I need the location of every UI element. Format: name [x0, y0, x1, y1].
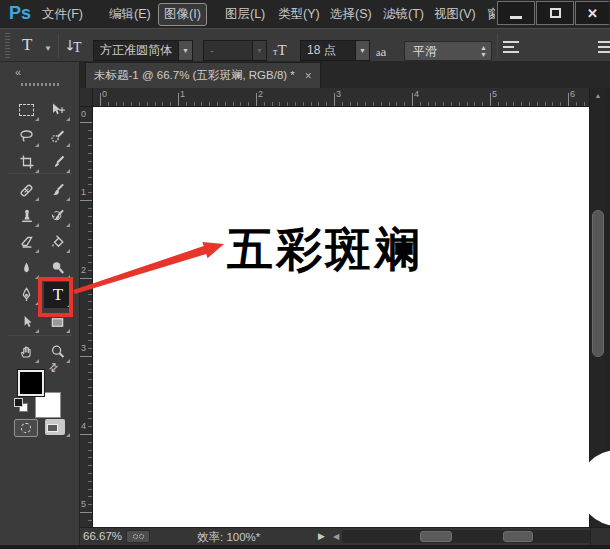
anti-alias-value: 平滑	[413, 43, 437, 60]
move-icon	[49, 102, 67, 118]
photoshop-window: Ps 文件(F) 编辑(E) 图像(I) 图层(L) 类型(Y) 选择(S) 滤…	[0, 0, 610, 549]
menu-view[interactable]: 视图(V)	[434, 6, 476, 23]
tool-rectangular-marquee[interactable]	[13, 98, 40, 122]
text-orientation-toggle-icon[interactable]: T	[64, 37, 88, 57]
horizontal-scrollbar-thumb[interactable]	[420, 531, 452, 542]
menu-window-clipped[interactable]: 窗	[487, 6, 495, 23]
maximize-button[interactable]	[536, 1, 574, 25]
tool-move[interactable]	[44, 98, 71, 122]
tool-preset-picker[interactable]: T ▼	[22, 35, 56, 57]
status-bar: 66.67% 效率: 100%* ▶ ◀	[80, 527, 610, 545]
crop-icon	[19, 154, 35, 170]
minimize-button[interactable]	[497, 1, 535, 25]
status-corner-box	[590, 528, 610, 546]
font-family-select[interactable]: 方正准圆简体 ▼	[93, 40, 193, 61]
clone-stamp-icon	[19, 208, 35, 224]
tool-clone-stamp[interactable]	[13, 204, 40, 228]
menu-layer[interactable]: 图层(L)	[225, 6, 265, 23]
horizontal-scrollbar[interactable]	[342, 530, 590, 543]
screen-mode-icon	[47, 424, 58, 432]
pen-icon	[19, 286, 34, 303]
ruler-label: 5	[81, 499, 86, 509]
tool-eyedropper[interactable]	[44, 150, 71, 174]
tool-hand[interactable]	[13, 340, 40, 364]
ruler-label: 1	[81, 187, 86, 197]
document-tab-title: 未标题-1 @ 66.7% (五彩斑斓, RGB/8) *	[94, 68, 295, 83]
titlebar: Ps 文件(F) 编辑(E) 图像(I) 图层(L) 类型(Y) 选择(S) 滤…	[0, 0, 610, 28]
menu-filter[interactable]: 滤镜(T)	[383, 6, 424, 23]
scroll-up-icon[interactable]: ▲	[590, 92, 606, 99]
font-size-icon: тT	[273, 41, 287, 59]
tool-brush[interactable]	[44, 178, 71, 202]
options-grip-handle[interactable]	[5, 33, 10, 58]
foreground-color-swatch[interactable]	[18, 370, 44, 396]
history-brush-icon	[49, 208, 66, 224]
collapse-panel-button[interactable]: «	[15, 66, 19, 78]
anti-alias-select[interactable]: 平滑 ▲▼	[404, 41, 492, 61]
chevron-down-icon[interactable]: ▼	[355, 41, 369, 60]
options-bar: T ▼ T 方正准圆简体 ▼ - ▼ тT 18 点 ▼ aa 平滑 ▲▼	[0, 28, 610, 62]
scroll-left-icon[interactable]: ◀	[333, 532, 339, 541]
maximize-icon	[550, 8, 561, 18]
svg-text:T: T	[73, 40, 82, 55]
menu-file[interactable]: 文件(F)	[42, 6, 83, 23]
status-gears-icon	[126, 530, 150, 543]
tool-eraser[interactable]	[13, 230, 40, 254]
default-colors-icon[interactable]	[14, 398, 30, 414]
quick-mask-mode-button[interactable]	[14, 419, 38, 437]
tool-zoom[interactable]	[44, 340, 71, 364]
panel-grip-dots[interactable]	[21, 83, 59, 86]
font-style-value: -	[210, 44, 214, 58]
font-style-select: - ▼	[203, 40, 267, 61]
vertical-scrollbar-thumb[interactable]	[592, 210, 604, 357]
lasso-icon	[18, 128, 35, 144]
tool-blur[interactable]	[13, 256, 40, 280]
window-bottom-edge	[0, 545, 610, 549]
efficiency-label: 效率: 100%*	[197, 530, 260, 545]
chevron-down-icon: ▼	[252, 41, 266, 60]
font-size-value: 18 点	[307, 42, 336, 59]
type-tool-preset-icon: T	[22, 35, 32, 54]
tool-crop[interactable]	[13, 150, 40, 174]
ruler-label: 4	[414, 89, 419, 99]
menu-edit[interactable]: 编辑(E)	[109, 6, 151, 23]
tool-lasso[interactable]	[13, 124, 40, 148]
brush-icon	[49, 182, 66, 198]
anti-alias-icon: aa	[376, 42, 386, 60]
ruler-label: 1	[180, 89, 185, 99]
close-button[interactable]: ✕	[575, 1, 609, 25]
red-annotation-arrow	[70, 234, 228, 300]
chevron-down-icon[interactable]: ▼	[178, 41, 192, 60]
ruler-label: 0	[102, 89, 107, 99]
magnifier-icon	[50, 344, 66, 360]
ruler-label: 4	[81, 421, 86, 431]
horizontal-scrollbar-thumb[interactable]	[503, 531, 533, 542]
tool-path-selection[interactable]	[13, 310, 40, 334]
canvas[interactable]: 五彩斑斓	[93, 107, 589, 527]
tool-history-brush[interactable]	[44, 204, 71, 228]
menu-type[interactable]: 类型(Y)	[278, 6, 320, 23]
quick-mask-icon	[21, 423, 31, 433]
align-icon-clipped[interactable]	[598, 41, 610, 53]
tool-paint-bucket[interactable]	[44, 230, 71, 254]
align-left-icon[interactable]	[503, 41, 519, 53]
paint-bucket-icon	[49, 234, 66, 250]
tool-quick-selection[interactable]	[44, 124, 71, 148]
tool-pen[interactable]	[13, 282, 40, 306]
status-menu-arrow-icon[interactable]: ▶	[318, 531, 325, 541]
screen-mode-button[interactable]	[45, 419, 65, 435]
menu-select[interactable]: 选择(S)	[330, 6, 372, 23]
ruler-label: 2	[258, 89, 263, 99]
tool-spot-healing-brush[interactable]	[13, 178, 40, 202]
zoom-level-field[interactable]: 66.67%	[83, 530, 122, 542]
ruler-label: 5	[492, 89, 497, 99]
separator	[58, 34, 59, 58]
canvas-text: 五彩斑斓	[227, 219, 423, 281]
document-tab[interactable]: 未标题-1 @ 66.7% (五彩斑斓, RGB/8) * ×	[85, 62, 321, 88]
document-tab-bar: 未标题-1 @ 66.7% (五彩斑斓, RGB/8) * ×	[80, 62, 610, 88]
close-icon: ✕	[587, 6, 598, 21]
spinner-arrows-icon: ▲▼	[480, 44, 487, 58]
tab-close-icon[interactable]: ×	[305, 69, 312, 83]
font-size-select[interactable]: 18 点 ▼	[300, 40, 370, 61]
menu-image[interactable]: 图像(I)	[158, 3, 207, 26]
